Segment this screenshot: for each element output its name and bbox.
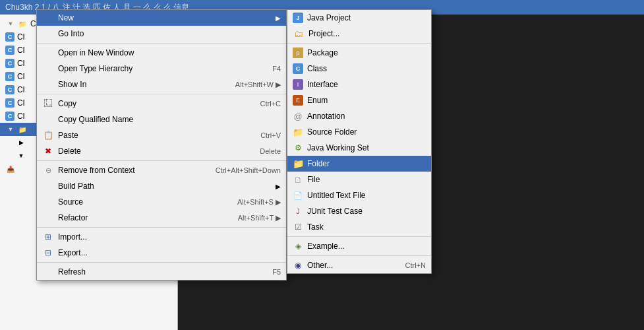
java-working-set-icon: ⚙: [293, 143, 303, 153]
sub-item-junit-label: JUnit Test Case: [307, 207, 426, 216]
menu-item-new[interactable]: New ▶: [37, 10, 286, 26]
menu-separator: [37, 262, 286, 263]
sub-menu-separator: [287, 43, 431, 44]
text-file-icon: 📄: [293, 190, 303, 201]
menu-item-remove-context[interactable]: ⊖ Remove from Context Ctrl+Alt+Shift+Dow…: [37, 162, 286, 178]
enum-icon: E: [293, 95, 303, 106]
menu-separator: [37, 227, 286, 228]
sub-item-file[interactable]: 🗋 File: [287, 172, 431, 187]
menu-separator: [37, 43, 286, 44]
class-icon: C: [5, 112, 15, 121]
chevron-icon: ▼: [16, 150, 26, 161]
shortcut-remove-context: Ctrl+Alt+Shift+Down: [216, 166, 281, 174]
sub-item-java-project[interactable]: J Java Project: [287, 10, 431, 26]
sub-item-task[interactable]: ☑ Task: [287, 219, 431, 235]
menu-separator: [37, 160, 286, 161]
export-icon: ⊟: [42, 247, 54, 259]
menu-item-copy[interactable]: ⿺ Copy Ctrl+C: [37, 96, 286, 112]
chevron-icon: ▼: [5, 18, 16, 29]
copy-qualified-icon: [42, 114, 54, 125]
menu-item-show-in-label: Show In: [58, 80, 222, 89]
menu-item-go-into[interactable]: Go Into: [37, 26, 286, 42]
menu-item-refresh-label: Refresh: [58, 267, 259, 277]
menu-item-delete[interactable]: ✖ Delete Delete: [37, 143, 286, 159]
menu-item-import[interactable]: ⊞ Import...: [37, 229, 286, 245]
shortcut-delete: Delete: [260, 147, 281, 155]
paste-icon: 📋: [42, 129, 54, 141]
menu-item-copy-qualified[interactable]: Copy Qualified Name: [37, 112, 286, 127]
sub-item-package[interactable]: p Package: [287, 45, 431, 61]
sub-item-annotation[interactable]: @ Annotation: [287, 108, 431, 124]
annotation-icon: @: [293, 111, 303, 121]
sub-item-package-label: Package: [307, 48, 426, 57]
menu-item-paste-label: Paste: [58, 131, 247, 140]
class-icon: C: [5, 59, 15, 68]
sub-item-other[interactable]: ◉ Other... Ctrl+N: [287, 257, 431, 273]
sub-item-java-working-set[interactable]: ⚙ Java Working Set: [287, 140, 431, 156]
source-folder-icon: 📁: [293, 127, 303, 137]
menu-item-export[interactable]: ⊟ Export...: [37, 245, 286, 261]
sub-item-project[interactable]: 🗂 Project...: [287, 26, 431, 42]
sub-item-class-label: Class: [307, 64, 426, 73]
menu-separator: [37, 94, 286, 94]
class-icon: C: [5, 46, 15, 55]
class-icon: C: [5, 85, 15, 94]
sub-item-junit-test-case[interactable]: J JUnit Test Case: [287, 203, 431, 219]
menu-item-export-label: Export...: [58, 248, 281, 257]
junit-icon: J: [293, 206, 303, 216]
project-icon: 🗂: [293, 28, 305, 40]
menu-item-build-path[interactable]: Build Path ▶: [37, 178, 286, 194]
sub-item-untitled-text-file[interactable]: 📄 Untitled Text File: [287, 187, 431, 203]
menu-item-copy-qualified-label: Copy Qualified Name: [58, 115, 281, 124]
menu-item-open-type-hierarchy[interactable]: Open Type Hierarchy F4: [37, 61, 286, 77]
sub-item-folder[interactable]: 📁 Folder: [287, 156, 431, 172]
class-icon: C: [5, 32, 15, 42]
menu-item-build-path-label: Build Path: [58, 182, 273, 191]
chevron-icon: ▶: [16, 137, 26, 148]
type-hierarchy-icon: [42, 63, 54, 75]
sub-item-example-label: Example...: [307, 242, 426, 251]
show-in-icon: [42, 79, 54, 90]
menu-item-remove-context-label: Remove from Context: [58, 166, 202, 175]
sub-item-untitled-text-file-label: Untitled Text File: [307, 191, 426, 200]
class-icon: C: [5, 72, 15, 81]
menu-item-source-label: Source: [58, 197, 224, 207]
shortcut-ctrl-c: Ctrl+C: [260, 100, 281, 108]
source-icon: [42, 196, 54, 208]
new-icon: [42, 12, 54, 24]
menu-item-refresh[interactable]: Refresh F5: [37, 264, 286, 280]
sub-menu-separator: [287, 255, 431, 256]
shortcut-show-in: Alt+Shift+W ▶: [235, 81, 281, 89]
sub-item-folder-label: Folder: [307, 159, 426, 168]
menu-item-type-hierarchy-label: Open Type Hierarchy: [58, 64, 259, 73]
menu-item-paste[interactable]: 📋 Paste Ctrl+V: [37, 127, 286, 143]
sub-item-interface[interactable]: I Interface: [287, 77, 431, 92]
menu-item-open-new-window[interactable]: Open in New Window: [37, 45, 286, 61]
go-into-icon: [42, 28, 54, 40]
sub-item-enum[interactable]: E Enum: [287, 92, 431, 108]
shortcut-source: Alt+Shift+S ▶: [237, 198, 281, 207]
refresh-icon: [42, 266, 54, 278]
menu-item-open-window-label: Open in New Window: [58, 48, 281, 57]
folder-icon: 📁: [17, 18, 28, 29]
sub-item-task-label: Task: [307, 222, 426, 232]
refactor-icon: [42, 212, 54, 224]
shortcut-refactor: Alt+Shift+T ▶: [238, 214, 281, 222]
sub-item-source-folder[interactable]: 📁 Source Folder: [287, 124, 431, 140]
sub-item-project-label: Project...: [308, 29, 426, 38]
sub-menu-separator: [287, 236, 431, 237]
remove-context-icon: ⊖: [42, 164, 54, 176]
menu-item-refactor[interactable]: Refactor Alt+Shift+T ▶: [37, 210, 286, 226]
sub-item-class[interactable]: C Class: [287, 61, 431, 77]
menu-item-show-in[interactable]: Show In Alt+Shift+W ▶: [37, 77, 286, 92]
interface-icon: I: [293, 79, 303, 90]
shortcut-f4: F4: [272, 65, 281, 73]
import-icon: ⊞: [42, 231, 54, 243]
import-icon: 📥: [5, 164, 16, 174]
sub-item-example[interactable]: ◈ Example...: [287, 238, 431, 254]
menu-item-import-label: Import...: [58, 232, 281, 242]
submenu-arrow-icon: ▶: [276, 15, 281, 22]
menu-item-source[interactable]: Source Alt+Shift+S ▶: [37, 194, 286, 210]
menu-item-new-label: New: [58, 13, 273, 22]
menu-item-delete-label: Delete: [58, 147, 247, 156]
